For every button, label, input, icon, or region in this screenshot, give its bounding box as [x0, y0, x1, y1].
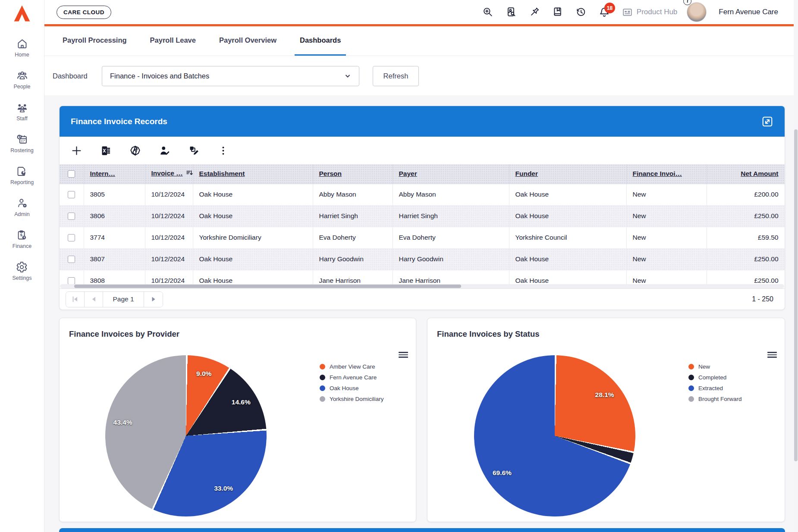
pin-icon[interactable] — [529, 6, 540, 18]
dashboard-select[interactable]: Finance - Invoices and Batches — [102, 66, 359, 86]
export-excel-icon[interactable] — [100, 145, 112, 156]
tab-payroll-processing[interactable]: Payroll Processing — [57, 26, 132, 56]
tab-payroll-leave[interactable]: Payroll Leave — [145, 26, 201, 56]
cell-funder: Oak House — [509, 205, 626, 227]
column-header-net-amount[interactable]: Net Amount — [741, 170, 778, 177]
sidebar-item-rostering[interactable]: Rostering — [10, 134, 34, 153]
more-options-kebab-icon[interactable] — [217, 145, 229, 156]
product-hub-icon — [622, 7, 633, 18]
select-all-checkbox[interactable] — [68, 170, 75, 178]
tab-payroll-overview[interactable]: Payroll Overview — [214, 26, 282, 56]
cell-internal: 3805 — [84, 184, 145, 205]
legend-dot — [320, 364, 325, 369]
svg-text:$: $ — [20, 233, 22, 237]
pagination-bar: Page 1 1 - 250 — [60, 288, 785, 310]
app-logo-icon[interactable] — [12, 3, 32, 23]
legend-item[interactable]: Yorkshire Domiciliary — [320, 395, 384, 403]
horizontal-scrollbar-thumb[interactable] — [74, 285, 461, 288]
legend-dot — [320, 375, 325, 380]
pie-chart-status[interactable]: 28.1% 69.6% — [474, 355, 635, 516]
row-checkbox[interactable] — [68, 256, 75, 263]
discard-crumple-icon[interactable] — [129, 145, 141, 156]
panel-title: Finance Invoice Records — [71, 117, 167, 126]
next-page-button[interactable] — [144, 292, 163, 307]
table-row[interactable]: 3774 10/12/2024 Yorkshire Domiciliary Ev… — [60, 227, 785, 248]
sidebar-item-home[interactable]: Home — [15, 38, 29, 58]
column-header-payer[interactable]: Payer — [399, 170, 417, 177]
column-header-establishment[interactable]: Establishment — [199, 170, 245, 177]
horizontal-scrollbar[interactable] — [60, 284, 784, 288]
column-header-person[interactable]: Person — [319, 170, 342, 177]
home-icon — [16, 38, 28, 50]
chart-menu-icon[interactable] — [399, 352, 408, 358]
cell-person: Harry Goodwin — [313, 248, 393, 270]
zoom-search-icon[interactable] — [482, 6, 493, 18]
user-avatar[interactable]: i — [687, 2, 707, 22]
legend-item[interactable]: Completed — [688, 374, 742, 381]
legend-item[interactable]: Oak House — [320, 385, 384, 392]
table-row[interactable]: 3806 10/12/2024 Oak House Harriet Singh … — [60, 205, 785, 227]
table-row[interactable]: 3807 10/12/2024 Oak House Harry Goodwin … — [60, 248, 785, 270]
assign-person-icon[interactable] — [159, 145, 170, 156]
brand-badge[interactable]: CARE CLOUD — [57, 6, 111, 19]
row-checkbox[interactable] — [68, 234, 75, 241]
notification-count-badge: 18 — [604, 3, 615, 13]
cell-funder: Oak House — [509, 248, 626, 270]
sidebar-item-label: Admin — [14, 211, 29, 217]
tab-dashboards[interactable]: Dashboards — [295, 26, 346, 56]
cell-net-amount: £250.00 — [707, 270, 785, 284]
legend-label: Oak House — [330, 385, 359, 391]
pie-slice-label: 43.4% — [113, 419, 132, 426]
pie-slice-label: 33.0% — [214, 485, 233, 492]
sidebar-item-settings[interactable]: Settings — [12, 261, 31, 281]
table-row[interactable]: 3805 10/12/2024 Oak House Abby Mason Abb… — [60, 184, 785, 205]
page-indicator[interactable]: Page 1 — [103, 292, 144, 307]
expand-icon[interactable] — [761, 116, 773, 128]
dashboard-select-value: Finance - Invoices and Batches — [110, 72, 209, 80]
notifications-bell-icon[interactable]: 18 — [599, 6, 610, 18]
first-page-button[interactable] — [66, 292, 85, 307]
topbar-actions: 18 Product Hub i Fern Avenue Care — [482, 2, 798, 22]
cell-funder: Oak House — [509, 270, 626, 284]
sidebar-item-staff[interactable]: Staff — [16, 102, 28, 122]
column-header-invoice-date[interactable]: Invoice … — [151, 169, 183, 177]
pie-chart-provider[interactable]: 9.0% 14.6% 33.0% 43.4% — [105, 355, 267, 516]
row-checkbox[interactable] — [68, 213, 75, 220]
history-icon[interactable] — [575, 6, 587, 18]
bulk-edit-icon[interactable] — [188, 145, 200, 156]
legend-item[interactable]: Fern Avenue Care — [320, 374, 384, 381]
column-header-finance-status[interactable]: Finance Invoi… — [633, 170, 682, 177]
row-checkbox[interactable] — [68, 277, 75, 284]
product-hub-link[interactable]: Product Hub — [622, 7, 678, 18]
column-header-internal[interactable]: Intern… — [90, 170, 116, 177]
dashboard-selector-row: Dashboard Finance - Invoices and Batches… — [44, 56, 798, 95]
sidebar-item-reporting[interactable]: Reporting — [10, 166, 34, 185]
person-search-icon[interactable] — [506, 6, 517, 18]
legend-item[interactable]: Brought Forward — [688, 395, 742, 403]
previous-page-button[interactable] — [85, 292, 103, 307]
legend-item[interactable]: Extracted — [688, 385, 742, 392]
sidebar-item-people[interactable]: People — [14, 70, 31, 90]
refresh-button[interactable]: Refresh — [373, 66, 419, 86]
legend-item[interactable]: New — [688, 363, 742, 370]
legend-dot — [688, 396, 694, 402]
bookmark-book-icon[interactable] — [552, 6, 563, 18]
tabs-bar: Payroll Processing Payroll Leave Payroll… — [44, 26, 798, 56]
sidebar-item-finance[interactable]: $ Finance — [13, 229, 31, 249]
row-checkbox[interactable] — [68, 191, 75, 198]
window-scrollbar[interactable] — [794, 0, 798, 532]
column-header-funder[interactable]: Funder — [515, 170, 538, 177]
sidebar-item-label: Reporting — [10, 179, 34, 185]
chart-card-status: Finance Invoices by Status 28.1% 69.6% N… — [427, 318, 785, 522]
pie-slice-label: 14.6% — [232, 398, 251, 406]
sort-descending-icon[interactable] — [186, 169, 193, 178]
legend-item[interactable]: Amber View Care — [320, 363, 384, 370]
cell-finance-status: New — [626, 184, 707, 205]
sidebar-item-admin[interactable]: Admin — [14, 197, 29, 217]
add-record-icon[interactable] — [71, 145, 82, 156]
window-scrollbar-thumb[interactable] — [794, 129, 798, 461]
cell-internal: 3807 — [84, 248, 145, 270]
table-row[interactable]: 3808 10/12/2024 Oak House Jane Harrison … — [60, 270, 785, 284]
chart-menu-icon[interactable] — [767, 352, 777, 358]
cell-finance-status: New — [626, 270, 707, 284]
